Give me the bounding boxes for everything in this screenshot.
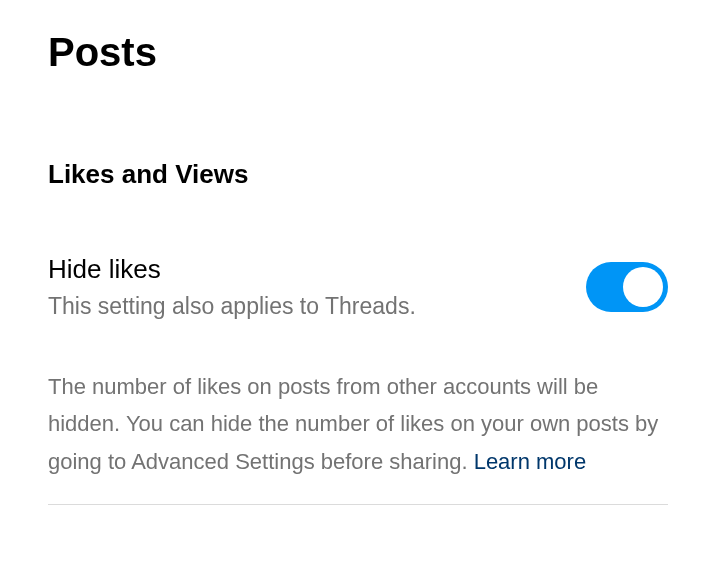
toggle-knob bbox=[623, 267, 663, 307]
setting-text: Hide likes This setting also applies to … bbox=[48, 254, 586, 320]
learn-more-link[interactable]: Learn more bbox=[474, 449, 587, 474]
hide-likes-subtitle: This setting also applies to Threads. bbox=[48, 293, 546, 320]
hide-likes-toggle[interactable] bbox=[586, 262, 668, 312]
page-title: Posts bbox=[48, 30, 668, 75]
hide-likes-label: Hide likes bbox=[48, 254, 546, 285]
hide-likes-description: The number of likes on posts from other … bbox=[48, 368, 668, 505]
setting-hide-likes: Hide likes This setting also applies to … bbox=[48, 254, 668, 320]
section-title-likes-views: Likes and Views bbox=[48, 159, 668, 190]
